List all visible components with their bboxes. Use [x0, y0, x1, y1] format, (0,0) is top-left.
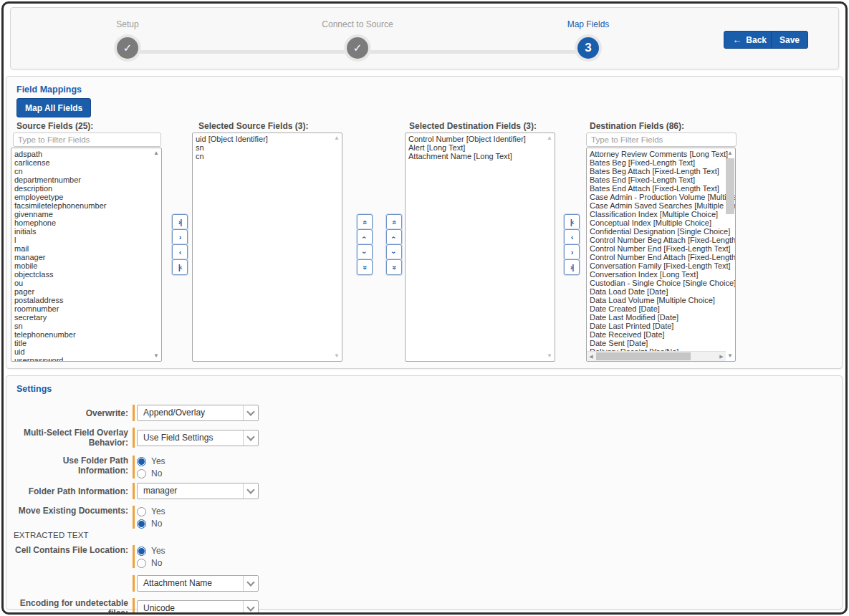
- selected-source-fields-list[interactable]: uid [Object Identifier]sncn ▲ ▼: [192, 133, 342, 362]
- move-all-to-selected-source-button[interactable]: ›|: [172, 214, 188, 230]
- move-to-selected-destination-button[interactable]: ‹: [564, 229, 580, 245]
- list-item[interactable]: homephone: [14, 218, 150, 227]
- selected-destination-fields-list[interactable]: Control Number [Object Identifier]Alert …: [405, 133, 555, 362]
- list-item[interactable]: Date Last Modified [Date]: [590, 313, 724, 322]
- chevron-down-icon[interactable]: [243, 430, 258, 446]
- scroll-down-icon[interactable]: ▼: [725, 352, 735, 360]
- multi-select-overlay-select[interactable]: Use Field Settings: [137, 430, 259, 446]
- list-item[interactable]: sn: [196, 143, 330, 152]
- list-item[interactable]: Date Last Printed [Date]: [590, 322, 724, 330]
- list-item[interactable]: initials: [14, 227, 150, 236]
- selected-destination-scrollbar[interactable]: ▲ ▼: [545, 133, 555, 361]
- chevron-down-icon[interactable]: [243, 483, 258, 499]
- scroll-up-icon[interactable]: ▲: [545, 134, 555, 143]
- list-item[interactable]: mobile: [14, 261, 150, 270]
- destination-list-vscrollbar[interactable]: ▲ ▼: [725, 148, 735, 361]
- destination-list-hscrollbar[interactable]: ◀ ▶: [587, 351, 726, 361]
- list-item[interactable]: Bates End Attach [Fixed-Length Text]: [590, 184, 724, 193]
- list-item[interactable]: Conversation Family [Fixed-Length Text]: [590, 261, 724, 270]
- list-item[interactable]: Conversation Index [Long Text]: [590, 270, 724, 279]
- list-item[interactable]: objectclass: [14, 270, 150, 279]
- list-item[interactable]: Date Sent [Date]: [590, 339, 724, 347]
- move-to-source-button[interactable]: ‹: [172, 244, 188, 260]
- list-item[interactable]: telephonenumber: [14, 330, 150, 339]
- list-item[interactable]: adspath: [14, 150, 150, 158]
- list-item[interactable]: description: [14, 184, 150, 193]
- chevron-down-icon[interactable]: [243, 576, 258, 591]
- back-button[interactable]: ← Back: [724, 31, 775, 49]
- wizard-step-map-fields[interactable]: Map Fields 3: [531, 19, 646, 59]
- selected-source-move-down-button[interactable]: ›: [357, 244, 373, 260]
- scroll-up-icon[interactable]: ▲: [332, 134, 342, 143]
- list-item[interactable]: carlicense: [14, 158, 150, 167]
- wizard-step-setup[interactable]: Setup ✓: [70, 19, 185, 59]
- scroll-down-icon[interactable]: ▼: [151, 352, 161, 360]
- move-to-selected-source-button[interactable]: ›: [172, 229, 188, 245]
- hscroll-thumb[interactable]: [596, 352, 691, 360]
- list-item[interactable]: Bates Beg Attach [Fixed-Length Text]: [590, 167, 724, 175]
- selected-destination-move-down-button[interactable]: ›: [386, 244, 402, 260]
- scroll-down-icon[interactable]: ▼: [332, 352, 342, 360]
- list-item[interactable]: manager: [14, 253, 150, 261]
- scroll-down-icon[interactable]: ▼: [545, 352, 555, 360]
- list-item[interactable]: Attachment Name [Long Text]: [408, 152, 543, 160]
- cell-contains-no-radio[interactable]: No: [137, 558, 166, 568]
- selected-source-move-bottom-button[interactable]: »: [357, 259, 373, 275]
- selected-source-move-top-button[interactable]: «: [357, 214, 373, 230]
- chevron-down-icon[interactable]: [243, 405, 258, 420]
- move-to-destination-button[interactable]: ›: [564, 244, 580, 260]
- list-item[interactable]: Data Load Date [Date]: [590, 287, 724, 296]
- list-item[interactable]: mail: [14, 244, 150, 253]
- scroll-left-icon[interactable]: ◀: [587, 352, 595, 361]
- list-item[interactable]: facsimiletelephonenumber: [14, 201, 150, 210]
- destination-fields-list[interactable]: Attorney Review Comments [Long Text]Bate…: [586, 148, 736, 362]
- scroll-right-icon[interactable]: ▶: [717, 352, 726, 361]
- list-item[interactable]: Alert [Long Text]: [408, 143, 543, 152]
- list-item[interactable]: userpassword: [14, 356, 150, 362]
- extracted-text-field-select[interactable]: Attachment Name: [137, 575, 259, 592]
- list-item[interactable]: uid [Object Identifier]: [196, 135, 330, 143]
- list-item[interactable]: cn: [196, 152, 330, 160]
- map-all-fields-button[interactable]: Map All Fields: [16, 98, 91, 117]
- list-item[interactable]: Classification Index [Multiple Choice]: [590, 210, 724, 218]
- use-folder-path-no-radio[interactable]: No: [137, 468, 166, 478]
- list-item[interactable]: Conceptual Index [Multiple Choice]: [590, 218, 724, 227]
- move-existing-no-radio[interactable]: No: [137, 519, 166, 529]
- destination-filter-input[interactable]: [586, 133, 737, 147]
- list-item[interactable]: uid: [14, 347, 150, 356]
- list-item[interactable]: Control Number Beg Attach [Fixed-Length …: [590, 236, 724, 244]
- cell-contains-yes-radio[interactable]: Yes: [137, 546, 166, 556]
- list-item[interactable]: Date Created [Date]: [590, 304, 724, 313]
- list-item[interactable]: secretary: [14, 313, 150, 322]
- selected-destination-move-bottom-button[interactable]: »: [386, 259, 402, 275]
- list-item[interactable]: postaladdress: [14, 296, 150, 304]
- chevron-down-icon[interactable]: [243, 601, 258, 615]
- selected-source-scrollbar[interactable]: ▲ ▼: [332, 133, 342, 361]
- list-item[interactable]: pager: [14, 287, 150, 296]
- scroll-up-icon[interactable]: ▲: [151, 149, 161, 158]
- source-list-scrollbar[interactable]: ▲ ▼: [151, 148, 161, 361]
- list-item[interactable]: l: [14, 236, 150, 244]
- selected-source-move-up-button[interactable]: ‹: [357, 229, 373, 245]
- list-item[interactable]: Confidential Designation [Single Choice]: [590, 227, 724, 236]
- move-all-to-selected-destination-button[interactable]: |‹: [564, 214, 580, 230]
- list-item[interactable]: roomnumber: [14, 304, 150, 313]
- move-all-to-destination-button[interactable]: ›|: [564, 259, 580, 275]
- list-item[interactable]: sn: [14, 322, 150, 330]
- list-item[interactable]: title: [14, 339, 150, 347]
- move-all-to-source-button[interactable]: |‹: [172, 259, 188, 275]
- list-item[interactable]: Control Number End Attach [Fixed-Length …: [590, 253, 724, 261]
- folder-path-info-select[interactable]: manager: [137, 483, 259, 499]
- scroll-up-icon[interactable]: ▲: [725, 149, 735, 158]
- list-item[interactable]: departmentnumber: [14, 175, 150, 184]
- save-button[interactable]: Save: [771, 31, 808, 49]
- selected-destination-move-up-button[interactable]: ‹: [386, 229, 402, 245]
- selected-destination-move-top-button[interactable]: «: [386, 214, 402, 230]
- list-item[interactable]: Case Admin Saved Searches [Multiple Choi…: [590, 201, 724, 210]
- encoding-select[interactable]: Unicode: [137, 600, 259, 615]
- source-fields-list[interactable]: adspathcarlicensecndepartmentnumberdescr…: [11, 148, 162, 362]
- wizard-step-connect-to-source[interactable]: Connect to Source ✓: [300, 19, 415, 59]
- list-item[interactable]: cn: [14, 167, 150, 175]
- list-item[interactable]: ou: [14, 279, 150, 287]
- list-item[interactable]: Data Load Volume [Multiple Choice]: [590, 296, 724, 304]
